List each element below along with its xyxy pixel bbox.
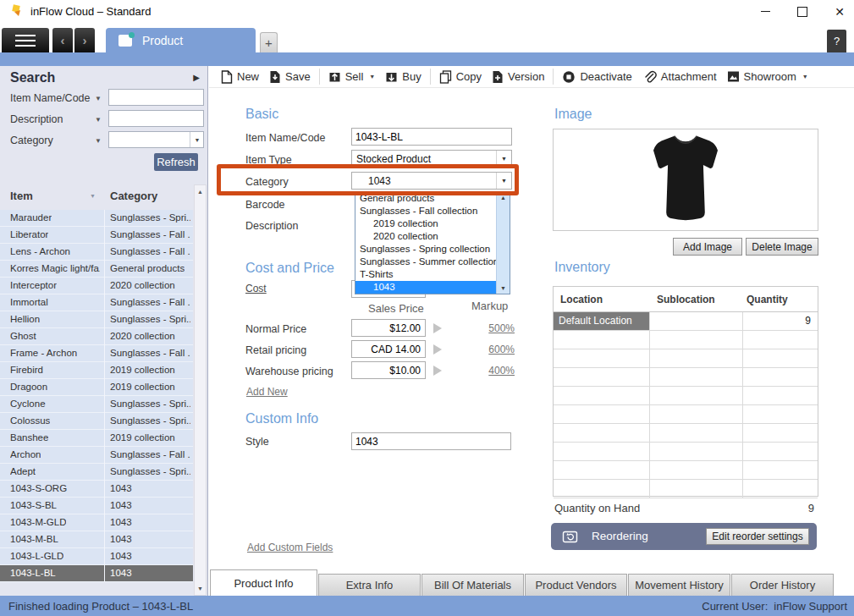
dropdown-option[interactable]: Sunglasses - Summer collection	[355, 256, 496, 268]
table-row[interactable]: 1043-M-BL 1043	[0, 531, 193, 548]
maximize-button[interactable]	[796, 6, 808, 18]
help-button[interactable]: ?	[827, 30, 846, 52]
dropdown-option[interactable]: 1043	[355, 281, 496, 294]
add-new-link[interactable]: Add New	[246, 386, 288, 398]
forward-button[interactable]: ›	[74, 28, 95, 52]
table-row[interactable]: Cyclone Sunglasses - Spri...	[0, 396, 193, 413]
edit-reorder-settings-button[interactable]: Edit reorder settings	[706, 528, 809, 545]
dropdown-option[interactable]: T-Shirts	[355, 268, 496, 281]
add-custom-fields-link[interactable]: Add Custom Fields	[247, 542, 333, 553]
table-row[interactable]: 1043-S-ORG 1043	[0, 481, 193, 498]
price-input[interactable]	[351, 340, 426, 358]
table-row[interactable]: Dragoon 2019 collection	[0, 379, 193, 396]
copy-button[interactable]: Copy	[434, 70, 487, 84]
bottom-tab[interactable]: Bill Of Materials	[421, 574, 524, 596]
table-row[interactable]: Archon Sunglasses - Fall ...	[0, 447, 193, 464]
markup-link[interactable]: 600%	[488, 344, 515, 355]
price-input[interactable]	[351, 319, 426, 337]
dropdown-option[interactable]: Sunglasses - Fall collection	[355, 205, 496, 217]
attachment-button[interactable]: Attachment	[637, 70, 722, 84]
back-button[interactable]: ‹	[52, 28, 73, 52]
new-button[interactable]: New	[216, 70, 264, 84]
inventory-row[interactable]	[554, 405, 818, 424]
inventory-row[interactable]	[554, 331, 818, 349]
sell-button[interactable]: Sell ▼	[323, 70, 381, 83]
table-row[interactable]: Hellion Sunglasses - Spri...	[0, 311, 193, 328]
dropdown-option[interactable]: General products	[355, 192, 496, 205]
table-row[interactable]: Liberator Sunglasses - Fall ...	[0, 227, 193, 244]
item-table-scrollbar[interactable]: ▲ ▼	[194, 184, 207, 596]
markup-link[interactable]: 500%	[488, 322, 515, 334]
inventory-row[interactable]	[554, 480, 818, 498]
bottom-tab[interactable]: Product Info	[210, 569, 317, 596]
table-row[interactable]: Ghost 2020 collection	[0, 328, 193, 345]
markup-link[interactable]: 400%	[488, 365, 515, 377]
bottom-tab[interactable]: Product Vendors	[525, 574, 627, 596]
bottom-tab[interactable]: Order History	[731, 574, 834, 596]
copy-price-arrow-icon[interactable]	[433, 366, 442, 376]
sort-descending-icon[interactable]: ▼	[90, 193, 96, 199]
inventory-row[interactable]	[554, 387, 818, 405]
category-dropdown-icon[interactable]: ▼	[496, 173, 511, 189]
item-column-header[interactable]: Item	[10, 190, 33, 202]
table-row[interactable]: Adept Sunglasses - Spri...	[0, 464, 193, 481]
scroll-down-icon[interactable]: ▼	[497, 285, 510, 291]
table-row[interactable]: Colossus Sunglasses - Spri...	[0, 413, 193, 430]
tab-product[interactable]: Product	[106, 28, 256, 52]
category-filter-caret-icon[interactable]: ▼	[95, 137, 102, 145]
close-button[interactable]: ✕	[834, 6, 846, 18]
scroll-up-icon[interactable]: ▲	[195, 189, 206, 195]
main-menu-button[interactable]	[2, 28, 49, 52]
table-row[interactable]: Marauder Sunglasses - Spri...	[0, 210, 193, 227]
inventory-row[interactable]	[554, 461, 818, 480]
scroll-down-icon[interactable]: ▼	[195, 586, 206, 591]
inventory-row[interactable]	[554, 368, 818, 387]
item-type-dropdown-icon[interactable]: ▼	[496, 151, 511, 167]
table-row[interactable]: 1043-L-GLD 1043	[0, 548, 193, 565]
table-row[interactable]: Korres Magic light/fa... General product…	[0, 261, 193, 278]
add-image-button[interactable]: Add Image	[673, 238, 742, 256]
price-input[interactable]	[351, 361, 426, 379]
copy-price-arrow-icon[interactable]	[433, 344, 442, 355]
minimize-button[interactable]	[759, 6, 771, 18]
table-row[interactable]: Frame - Archon Sunglasses - Fall ...	[0, 345, 193, 362]
scroll-up-icon[interactable]: ▲	[497, 195, 510, 201]
bottom-tab[interactable]: Movement History	[628, 574, 730, 596]
item-name-filter-input[interactable]	[108, 89, 204, 106]
dropdown-option[interactable]: 2020 collection	[355, 230, 496, 243]
save-button[interactable]: Save	[264, 70, 316, 84]
item-name-filter-caret-icon[interactable]: ▼	[95, 95, 102, 102]
showroom-dropdown-icon[interactable]: ▼	[802, 74, 808, 80]
bottom-tab[interactable]: Extra Info	[318, 574, 421, 596]
table-row[interactable]: Lens - Archon Sunglasses - Fall ...	[0, 244, 193, 261]
showroom-button[interactable]: Showroom ▼	[722, 70, 813, 83]
category-column-header[interactable]: Category	[110, 190, 157, 202]
description-filter-input[interactable]	[108, 110, 204, 127]
table-row[interactable]: Immortal Sunglasses - Fall ...	[0, 294, 193, 311]
table-row[interactable]: Interceptor 2020 collection	[0, 278, 193, 294]
table-row[interactable]: 1043-M-GLD 1043	[0, 514, 193, 531]
refresh-button[interactable]: Refresh	[154, 153, 198, 171]
table-row[interactable]: 1043-L-BL 1043	[0, 565, 193, 582]
item-type-combobox[interactable]: Stocked Product ▼	[351, 150, 512, 168]
inventory-row[interactable]: Default Location 9	[554, 312, 818, 331]
collapse-panel-icon[interactable]: ▶	[193, 73, 200, 82]
delete-image-button[interactable]: Delete Image	[746, 238, 818, 256]
cost-link[interactable]: Cost	[245, 283, 267, 294]
style-input[interactable]	[351, 432, 511, 450]
dropdown-option[interactable]: 2019 collection	[355, 217, 496, 230]
table-row[interactable]: 1043-S-BL 1043	[0, 498, 193, 514]
sell-dropdown-icon[interactable]: ▼	[369, 74, 375, 80]
new-tab-button[interactable]: +	[260, 32, 278, 52]
deactivate-button[interactable]: Deactivate	[557, 70, 636, 84]
dropdown-scrollbar[interactable]: ▲ ▼	[496, 192, 510, 294]
buy-button[interactable]: Buy	[380, 70, 426, 83]
inventory-row[interactable]	[554, 443, 818, 461]
inventory-row[interactable]	[554, 424, 818, 443]
copy-price-arrow-icon[interactable]	[433, 323, 442, 333]
category-combobox[interactable]: 1043 ▼	[351, 172, 512, 190]
description-filter-caret-icon[interactable]: ▼	[95, 116, 102, 124]
item-name-input[interactable]	[351, 128, 512, 146]
version-button[interactable]: Version	[487, 70, 549, 84]
table-row[interactable]: Banshee 2019 collection	[0, 430, 193, 447]
